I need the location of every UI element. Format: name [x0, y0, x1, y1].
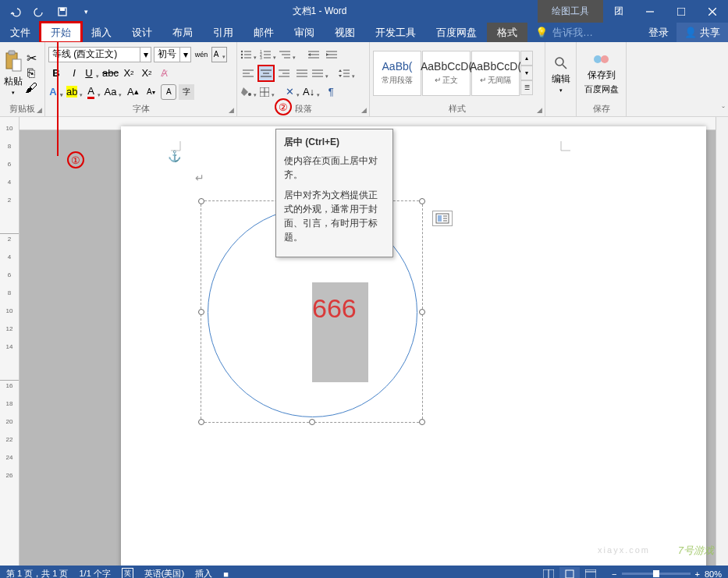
status-mode[interactable]: 插入	[195, 568, 212, 578]
change-case-button[interactable]: Aa▾	[104, 84, 123, 100]
maximize-button[interactable]	[666, 0, 697, 23]
resize-handle-bm[interactable]	[309, 419, 315, 425]
view-read-button[interactable]	[538, 567, 559, 579]
bullets-button[interactable]: ▾	[240, 47, 257, 62]
style-item-2[interactable]: AaBbCcD(↵ 无间隔	[471, 51, 520, 96]
status-record[interactable]: ■	[223, 569, 229, 579]
save-button[interactable]	[51, 2, 73, 21]
status-words[interactable]: 1/1 个字	[79, 568, 110, 578]
justify-button[interactable]	[294, 66, 310, 81]
tab-format[interactable]: 格式	[487, 23, 527, 42]
borders-button[interactable]: ▾	[260, 84, 275, 100]
grow-font-button[interactable]: A▴	[125, 84, 140, 100]
resize-handle-bl[interactable]	[198, 419, 204, 425]
sort-button[interactable]: A↓▾	[303, 84, 321, 100]
underline-button[interactable]: U▾	[84, 66, 100, 81]
shape-text[interactable]: 666	[312, 293, 357, 324]
layout-options-button[interactable]	[432, 211, 453, 226]
text-effects-button[interactable]: A▾	[48, 84, 64, 100]
status-lang[interactable]: 英语(美国)	[144, 568, 184, 578]
status-lang-icon[interactable]: 英	[122, 568, 133, 578]
style-item-1[interactable]: AaBbCcD(↵ 正文	[422, 51, 471, 96]
gallery-more[interactable]: ☰	[520, 80, 533, 95]
subscript-button[interactable]: X2	[121, 66, 137, 81]
multilevel-list-button[interactable]: ▾	[279, 47, 297, 62]
find-button[interactable]: 编辑 ▾	[552, 55, 570, 94]
tab-file[interactable]: 文件	[0, 23, 41, 42]
resize-handle-tl[interactable]	[198, 198, 204, 204]
increase-indent-button[interactable]	[324, 47, 339, 62]
char-border-button[interactable]: A▾	[211, 47, 227, 62]
italic-button[interactable]: I	[66, 66, 82, 81]
tab-view[interactable]: 视图	[325, 23, 365, 42]
tab-mailings[interactable]: 邮件	[243, 23, 284, 42]
status-page[interactable]: 第 1 页，共 1 页	[6, 568, 68, 578]
phonetic-guide-button[interactable]: wén	[194, 47, 209, 62]
line-spacing-button[interactable]: ▾	[339, 66, 356, 81]
view-web-button[interactable]	[581, 567, 601, 579]
minimize-button[interactable]	[634, 0, 666, 23]
style-item-0[interactable]: AaBb(常用段落	[373, 51, 421, 96]
view-print-button[interactable]	[559, 567, 580, 579]
enclosed-char-button[interactable]: A	[161, 84, 176, 100]
resize-handle-ml[interactable]	[198, 309, 204, 315]
resize-handle-br[interactable]	[419, 419, 425, 425]
zoom-out-button[interactable]: −	[612, 569, 616, 579]
resize-handle-tr[interactable]	[419, 198, 425, 204]
resize-handle-mr[interactable]	[419, 309, 425, 315]
font-dialog-launcher[interactable]: ◢	[229, 106, 234, 114]
decrease-indent-button[interactable]	[306, 47, 321, 62]
redo-button[interactable]	[28, 2, 50, 21]
gallery-up[interactable]: ▴	[520, 51, 533, 66]
paste-button[interactable]: 粘贴 ▾	[3, 50, 23, 96]
align-center-button[interactable]	[258, 66, 274, 81]
font-name-combo[interactable]: 等线 (西文正文)▾	[48, 47, 151, 62]
tell-me-search[interactable]: 💡 告诉我…	[527, 23, 641, 42]
font-size-combo[interactable]: 初号▾	[154, 47, 191, 62]
save-to-baidu-button[interactable]: 保存到 百度网盘	[584, 51, 619, 95]
asian-layout-button[interactable]: ✕▾	[285, 84, 300, 100]
qat-customize[interactable]: ▾	[75, 2, 97, 21]
clipboard-dialog-launcher[interactable]: ◢	[37, 106, 42, 114]
highlight-button[interactable]: ab▾	[66, 84, 83, 100]
superscript-button[interactable]: X2	[139, 66, 154, 81]
tab-baidu[interactable]: 百度网盘	[426, 23, 487, 42]
show-marks-button[interactable]: ¶	[323, 84, 339, 100]
styles-dialog-launcher[interactable]: ◢	[537, 106, 542, 114]
login-button[interactable]: 登录	[641, 23, 677, 42]
undo-button[interactable]	[5, 2, 27, 21]
gallery-down[interactable]: ▾	[520, 66, 533, 80]
close-button[interactable]	[697, 0, 728, 23]
tab-insert[interactable]: 插入	[81, 23, 122, 42]
numbering-button[interactable]: 123▾	[260, 47, 277, 62]
format-painter-button[interactable]: 🖌	[25, 82, 37, 94]
shrink-font-button[interactable]: A▾	[143, 84, 158, 100]
tab-layout[interactable]: 布局	[162, 23, 203, 42]
cut-button[interactable]: ✂	[25, 52, 37, 65]
tab-review[interactable]: 审阅	[284, 23, 325, 42]
bold-button[interactable]: B	[48, 66, 64, 81]
align-right-button[interactable]	[276, 66, 292, 81]
shading-button[interactable]: ▾	[240, 84, 257, 100]
collapse-ribbon-button[interactable]: ˇ	[722, 105, 725, 115]
vertical-scrollbar[interactable]	[716, 117, 728, 566]
paragraph-dialog-launcher[interactable]: ◢	[361, 106, 367, 114]
tab-references[interactable]: 引用	[203, 23, 243, 42]
font-color-button[interactable]: A▾	[86, 84, 101, 100]
distribute-button[interactable]: ▾	[312, 66, 329, 81]
tab-design[interactable]: 设计	[122, 23, 162, 42]
zoom-percent[interactable]: 80%	[705, 569, 722, 579]
char-shading-button[interactable]: 字	[179, 84, 194, 100]
document-page[interactable]: ⚓ ↵ 666	[121, 126, 706, 566]
share-button[interactable]: 👤 共享	[677, 23, 728, 42]
ribbon-mode-button[interactable]: 团	[603, 0, 634, 23]
vertical-ruler[interactable]: 108642 2468101214 161820222426	[0, 117, 20, 566]
align-left-button[interactable]	[240, 66, 256, 81]
zoom-slider[interactable]	[622, 573, 691, 575]
tab-home[interactable]: 开始	[41, 23, 81, 42]
tab-developer[interactable]: 开发工具	[365, 23, 426, 42]
zoom-in-button[interactable]: +	[695, 569, 700, 579]
clear-formatting-button[interactable]: A̷	[157, 66, 172, 81]
strikethrough-button[interactable]: abc	[102, 66, 119, 81]
copy-button[interactable]: ⎘	[25, 67, 37, 80]
